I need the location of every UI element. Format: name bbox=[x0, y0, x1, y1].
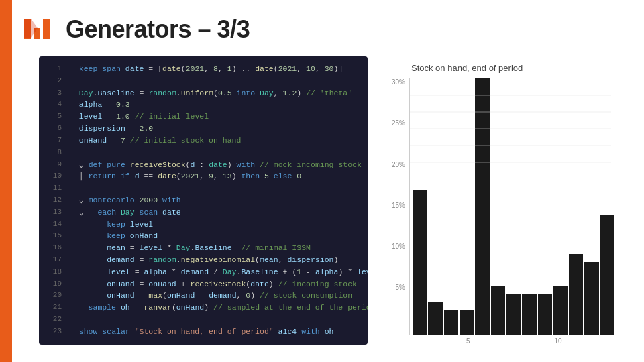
y-label-15: 15% bbox=[392, 202, 405, 209]
code-line-20: 20 onHand = max(onHand - demand, 0) // s… bbox=[39, 290, 368, 302]
code-line-10: 10 │ return if d == date(2021, 9, 13) th… bbox=[39, 170, 368, 182]
bar-13 bbox=[600, 215, 614, 335]
bar-10 bbox=[553, 286, 568, 335]
page-title: Generators – 3/3 bbox=[66, 15, 250, 44]
bar-7 bbox=[506, 294, 521, 335]
code-line-14: 14 keep level bbox=[39, 219, 368, 231]
bar-12 bbox=[584, 262, 598, 334]
code-line-17: 17 demand = random.negativebinomial(mean… bbox=[39, 254, 368, 266]
grid-lines-svg bbox=[410, 78, 611, 179]
code-line-18: 18 level = alpha * demand / Day.Baseline… bbox=[39, 266, 368, 278]
code-line-5: 5 level = 1.0 // initial level bbox=[39, 111, 368, 123]
code-line-16: 16 mean = level * Day.Baseline // minima… bbox=[39, 242, 368, 254]
code-line-8: 8 bbox=[39, 147, 368, 159]
bars-container bbox=[409, 78, 617, 335]
code-line-4: 4 alpha = 0.3 bbox=[39, 99, 368, 111]
logo-icon bbox=[20, 12, 55, 47]
bar-11 bbox=[569, 254, 583, 334]
chart-panel: Stock on hand, end of period 30% 25% 20%… bbox=[388, 56, 617, 345]
bar-5 bbox=[475, 78, 489, 335]
x-label-10: 10 bbox=[547, 337, 570, 345]
code-line-12: 12 ⌄ montecarlo 2000 with bbox=[39, 194, 368, 206]
chart-title: Stock on hand, end of period bbox=[411, 63, 617, 73]
y-label-0 bbox=[403, 325, 405, 333]
bar-8 bbox=[522, 294, 536, 335]
code-line-6: 6 dispersion = 2.0 bbox=[39, 123, 368, 135]
code-line-1: 1 keep span date = [date(2021, 8, 1) .. … bbox=[39, 63, 368, 75]
x-axis: 5 10 bbox=[409, 335, 617, 345]
bar-6 bbox=[491, 286, 505, 335]
code-line-9: 9 ⌄ def pure receiveStock(d : date) with… bbox=[39, 159, 368, 171]
y-label-30: 30% bbox=[392, 78, 405, 86]
code-panel: 1 keep span date = [date(2021, 8, 1) .. … bbox=[39, 56, 368, 345]
y-label-10: 10% bbox=[392, 243, 405, 250]
x-label-5: 5 bbox=[457, 337, 480, 345]
x-spacer2 bbox=[480, 337, 547, 345]
code-line-7: 7 onHand = 7 // initial stock on hand bbox=[39, 135, 368, 147]
code-line-22: 22 bbox=[39, 314, 368, 326]
left-accent-bar bbox=[0, 0, 12, 362]
y-label-5: 5% bbox=[396, 284, 405, 291]
svg-rect-3 bbox=[43, 19, 50, 39]
x-spacer bbox=[412, 337, 457, 345]
header: Generators – 3/3 bbox=[0, 0, 644, 56]
bar-9 bbox=[538, 294, 552, 335]
y-label-25: 25% bbox=[392, 119, 405, 127]
x-spacer3 bbox=[570, 337, 614, 345]
chart-inner: 5 10 bbox=[409, 78, 617, 345]
code-line-21: 21 sample oh = ranvar(onHand) // sampled… bbox=[39, 302, 368, 314]
chart-area: 30% 25% 20% 15% 10% 5% 5 bbox=[388, 78, 617, 345]
y-label-20: 20% bbox=[392, 161, 405, 168]
code-line-23: 23 show scalar "Stock on hand, end of pe… bbox=[39, 326, 368, 338]
bar-4 bbox=[460, 310, 474, 335]
code-line-2: 2 bbox=[39, 75, 368, 87]
code-line-19: 19 onHand = onHand + receiveStock(date) … bbox=[39, 278, 368, 290]
bar-1 bbox=[413, 190, 427, 335]
bar-2 bbox=[428, 302, 442, 335]
code-line-13: 13 ⌄ each Day scan date bbox=[39, 206, 368, 219]
code-line-11: 11 bbox=[39, 182, 368, 194]
code-line-15: 15 keep onHand bbox=[39, 230, 368, 242]
main-content: 1 keep span date = [date(2021, 8, 1) .. … bbox=[12, 56, 644, 351]
code-line-3: 3 Day.Baseline = random.uniform(0.5 into… bbox=[39, 87, 368, 99]
y-axis: 30% 25% 20% 15% 10% 5% bbox=[388, 78, 409, 345]
bar-3 bbox=[444, 310, 458, 335]
